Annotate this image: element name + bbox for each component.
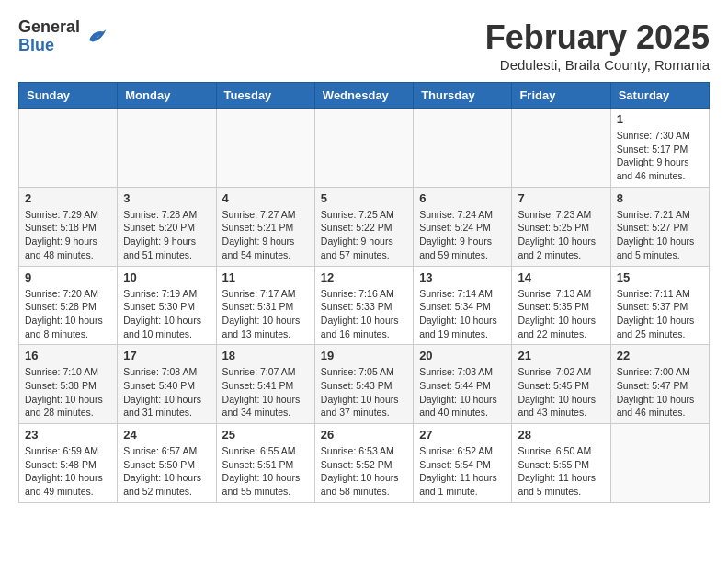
day-number: 14 xyxy=(518,270,604,284)
logo-general: General xyxy=(18,18,80,37)
day-number: 28 xyxy=(518,428,604,442)
weekday-header-tuesday: Tuesday xyxy=(216,83,314,109)
calendar-day-cell: 20Sunrise: 7:03 AM Sunset: 5:44 PM Dayli… xyxy=(414,345,512,424)
day-number: 10 xyxy=(123,270,210,284)
day-number: 8 xyxy=(617,191,703,205)
day-info: Sunrise: 7:19 AM Sunset: 5:30 PM Dayligh… xyxy=(123,287,210,341)
calendar-day-cell: 23Sunrise: 6:59 AM Sunset: 5:48 PM Dayli… xyxy=(19,424,118,503)
day-number: 17 xyxy=(123,349,210,362)
day-info: Sunrise: 7:21 AM Sunset: 5:27 PM Dayligh… xyxy=(617,208,703,262)
title-block: February 2025 Dedulesti, Braila County, … xyxy=(485,18,710,73)
day-number: 15 xyxy=(617,270,703,284)
day-number: 26 xyxy=(321,428,407,442)
calendar-day-cell xyxy=(314,109,413,188)
calendar-day-cell: 12Sunrise: 7:16 AM Sunset: 5:33 PM Dayli… xyxy=(314,266,413,345)
day-number: 2 xyxy=(25,191,111,205)
day-number: 16 xyxy=(25,349,111,362)
calendar-day-cell xyxy=(610,424,709,503)
day-info: Sunrise: 7:28 AM Sunset: 5:20 PM Dayligh… xyxy=(123,208,210,262)
calendar-day-cell xyxy=(118,109,216,188)
calendar-day-cell: 7Sunrise: 7:23 AM Sunset: 5:25 PM Daylig… xyxy=(512,187,610,266)
day-info: Sunrise: 7:11 AM Sunset: 5:37 PM Dayligh… xyxy=(617,287,703,341)
day-number: 19 xyxy=(321,349,407,362)
logo-blue: Blue xyxy=(18,37,80,55)
day-info: Sunrise: 7:24 AM Sunset: 5:24 PM Dayligh… xyxy=(419,208,506,262)
day-info: Sunrise: 6:52 AM Sunset: 5:54 PM Dayligh… xyxy=(419,444,506,499)
calendar-day-cell: 28Sunrise: 6:50 AM Sunset: 5:55 PM Dayli… xyxy=(512,424,610,503)
day-number: 22 xyxy=(617,349,703,362)
calendar-day-cell: 15Sunrise: 7:11 AM Sunset: 5:37 PM Dayli… xyxy=(610,266,709,345)
day-info: Sunrise: 6:57 AM Sunset: 5:50 PM Dayligh… xyxy=(123,444,210,499)
day-number: 6 xyxy=(419,191,506,205)
day-info: Sunrise: 7:10 AM Sunset: 5:38 PM Dayligh… xyxy=(25,365,111,419)
calendar-day-cell: 21Sunrise: 7:02 AM Sunset: 5:45 PM Dayli… xyxy=(512,345,610,424)
day-info: Sunrise: 6:53 AM Sunset: 5:52 PM Dayligh… xyxy=(321,444,407,499)
weekday-header-friday: Friday xyxy=(512,83,610,109)
calendar-day-cell: 4Sunrise: 7:27 AM Sunset: 5:21 PM Daylig… xyxy=(216,187,314,266)
day-info: Sunrise: 7:17 AM Sunset: 5:31 PM Dayligh… xyxy=(222,287,309,341)
day-number: 21 xyxy=(518,349,604,362)
day-info: Sunrise: 7:23 AM Sunset: 5:25 PM Dayligh… xyxy=(518,208,604,262)
day-info: Sunrise: 7:13 AM Sunset: 5:35 PM Dayligh… xyxy=(518,287,604,341)
day-number: 23 xyxy=(25,428,111,442)
calendar-day-cell: 18Sunrise: 7:07 AM Sunset: 5:41 PM Dayli… xyxy=(216,345,314,424)
day-number: 7 xyxy=(518,191,604,205)
month-title: February 2025 xyxy=(485,18,710,57)
day-info: Sunrise: 6:59 AM Sunset: 5:48 PM Dayligh… xyxy=(25,444,111,499)
weekday-header-wednesday: Wednesday xyxy=(314,83,413,109)
page-header: General Blue February 2025 Dedulesti, Br… xyxy=(18,18,710,73)
day-info: Sunrise: 7:03 AM Sunset: 5:44 PM Dayligh… xyxy=(419,365,506,419)
weekday-header-thursday: Thursday xyxy=(414,83,512,109)
day-number: 1 xyxy=(617,112,703,126)
day-number: 27 xyxy=(419,428,506,442)
calendar-week-row: 2Sunrise: 7:29 AM Sunset: 5:18 PM Daylig… xyxy=(19,187,710,266)
calendar-week-row: 1Sunrise: 7:30 AM Sunset: 5:17 PM Daylig… xyxy=(19,109,710,188)
day-info: Sunrise: 7:07 AM Sunset: 5:41 PM Dayligh… xyxy=(222,365,309,419)
calendar-header-row: SundayMondayTuesdayWednesdayThursdayFrid… xyxy=(19,83,710,109)
day-info: Sunrise: 7:14 AM Sunset: 5:34 PM Dayligh… xyxy=(419,287,506,341)
calendar-week-row: 16Sunrise: 7:10 AM Sunset: 5:38 PM Dayli… xyxy=(19,345,710,424)
day-number: 12 xyxy=(321,270,407,284)
calendar-day-cell: 13Sunrise: 7:14 AM Sunset: 5:34 PM Dayli… xyxy=(414,266,512,345)
location-subtitle: Dedulesti, Braila County, Romania xyxy=(485,57,710,73)
day-number: 9 xyxy=(25,270,111,284)
calendar-day-cell xyxy=(216,109,314,188)
calendar-week-row: 9Sunrise: 7:20 AM Sunset: 5:28 PM Daylig… xyxy=(19,266,710,345)
weekday-header-sunday: Sunday xyxy=(19,83,118,109)
day-number: 5 xyxy=(321,191,407,205)
day-info: Sunrise: 6:55 AM Sunset: 5:51 PM Dayligh… xyxy=(222,444,309,499)
calendar-day-cell: 19Sunrise: 7:05 AM Sunset: 5:43 PM Dayli… xyxy=(314,345,413,424)
day-number: 3 xyxy=(123,191,210,205)
calendar-day-cell: 11Sunrise: 7:17 AM Sunset: 5:31 PM Dayli… xyxy=(216,266,314,345)
day-info: Sunrise: 7:02 AM Sunset: 5:45 PM Dayligh… xyxy=(518,365,604,419)
day-number: 25 xyxy=(222,428,309,442)
calendar-day-cell: 6Sunrise: 7:24 AM Sunset: 5:24 PM Daylig… xyxy=(414,187,512,266)
calendar-day-cell: 22Sunrise: 7:00 AM Sunset: 5:47 PM Dayli… xyxy=(610,345,709,424)
calendar-day-cell: 5Sunrise: 7:25 AM Sunset: 5:22 PM Daylig… xyxy=(314,187,413,266)
calendar-table: SundayMondayTuesdayWednesdayThursdayFrid… xyxy=(18,82,710,503)
calendar-day-cell: 1Sunrise: 7:30 AM Sunset: 5:17 PM Daylig… xyxy=(610,109,709,188)
weekday-header-monday: Monday xyxy=(118,83,216,109)
day-number: 4 xyxy=(222,191,309,205)
day-info: Sunrise: 7:20 AM Sunset: 5:28 PM Dayligh… xyxy=(25,287,111,341)
calendar-day-cell: 10Sunrise: 7:19 AM Sunset: 5:30 PM Dayli… xyxy=(118,266,216,345)
day-info: Sunrise: 7:25 AM Sunset: 5:22 PM Dayligh… xyxy=(321,208,407,262)
calendar-week-row: 23Sunrise: 6:59 AM Sunset: 5:48 PM Dayli… xyxy=(19,424,710,503)
calendar-day-cell: 27Sunrise: 6:52 AM Sunset: 5:54 PM Dayli… xyxy=(414,424,512,503)
day-number: 24 xyxy=(123,428,210,442)
calendar-day-cell: 2Sunrise: 7:29 AM Sunset: 5:18 PM Daylig… xyxy=(19,187,118,266)
day-info: Sunrise: 7:29 AM Sunset: 5:18 PM Dayligh… xyxy=(25,208,111,262)
calendar-day-cell: 25Sunrise: 6:55 AM Sunset: 5:51 PM Dayli… xyxy=(216,424,314,503)
day-info: Sunrise: 7:16 AM Sunset: 5:33 PM Dayligh… xyxy=(321,287,407,341)
calendar-day-cell: 9Sunrise: 7:20 AM Sunset: 5:28 PM Daylig… xyxy=(19,266,118,345)
weekday-header-saturday: Saturday xyxy=(610,83,709,109)
calendar-day-cell: 3Sunrise: 7:28 AM Sunset: 5:20 PM Daylig… xyxy=(118,187,216,266)
day-number: 18 xyxy=(222,349,309,362)
day-number: 20 xyxy=(419,349,506,362)
day-info: Sunrise: 7:30 AM Sunset: 5:17 PM Dayligh… xyxy=(617,129,703,183)
calendar-day-cell: 24Sunrise: 6:57 AM Sunset: 5:50 PM Dayli… xyxy=(118,424,216,503)
calendar-day-cell: 8Sunrise: 7:21 AM Sunset: 5:27 PM Daylig… xyxy=(610,187,709,266)
day-info: Sunrise: 7:08 AM Sunset: 5:40 PM Dayligh… xyxy=(123,365,210,419)
calendar-day-cell xyxy=(414,109,512,188)
day-info: Sunrise: 7:05 AM Sunset: 5:43 PM Dayligh… xyxy=(321,365,407,419)
